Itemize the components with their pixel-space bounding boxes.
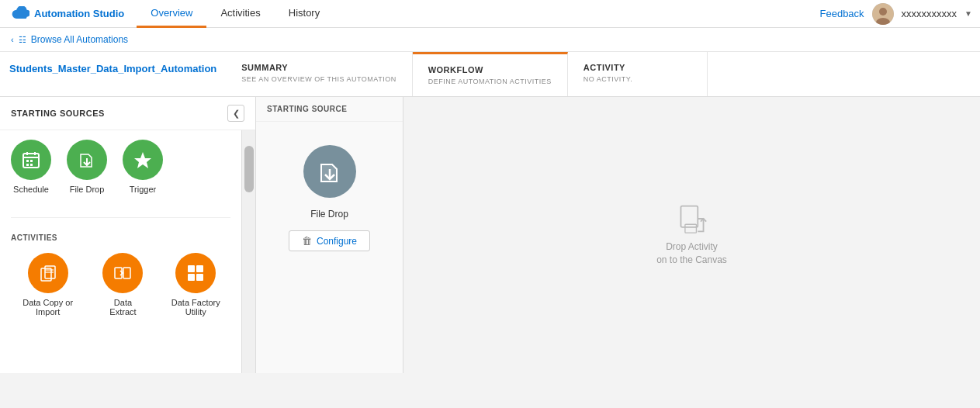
- starting-sources-section: Schedule File Drop: [0, 130, 241, 211]
- summary-card-subtitle: SEE AN OVERVIEW OF THIS AUTOMATION: [241, 75, 396, 83]
- tab-activities[interactable]: Activities: [206, 0, 274, 28]
- activities-section-title: ACTIVITIES: [11, 233, 230, 242]
- data-factory-icon-circle: [175, 253, 216, 293]
- brand-name: Automation Studio: [34, 8, 124, 19]
- file-drop-circle-icon: [303, 145, 356, 198]
- data-extract-label: Data Extract: [100, 298, 145, 316]
- main-nav-tabs: Overview Activities History: [137, 0, 334, 27]
- top-navigation: Automation Studio Overview Activities Hi…: [0, 0, 980, 28]
- workflow-card-subtitle: DEFINE AUTOMATION ACTIVITIES: [428, 78, 552, 85]
- left-panel: STARTING SOURCES ❮: [0, 97, 256, 373]
- schedule-icon: [21, 150, 41, 170]
- breadcrumb: ‹ ☷ Browse All Automations: [0, 28, 980, 52]
- svg-rect-10: [30, 164, 33, 166]
- trash-icon: 🗑: [302, 235, 312, 247]
- file-drop-center-icon: [317, 158, 343, 185]
- nav-right-section: Feedback xxxxxxxxxxx ▼: [820, 3, 973, 25]
- trigger-icon-circle: [123, 140, 163, 180]
- activities-section: ACTIVITIES Data Copy o: [0, 224, 241, 334]
- activity-card-title: ACTIVITY: [583, 63, 691, 72]
- data-copy-icon: [38, 263, 58, 283]
- trigger-icon: [133, 150, 153, 170]
- brand-logo[interactable]: Automation Studio: [8, 6, 137, 22]
- drop-activity-line2: on to the Canvas: [656, 254, 727, 267]
- svg-marker-12: [134, 152, 151, 168]
- breadcrumb-icon: ☷: [19, 35, 26, 45]
- username-label: xxxxxxxxxxx: [902, 8, 957, 19]
- workflow-card-title: WORKFLOW: [428, 65, 552, 74]
- svg-rect-23: [196, 274, 203, 281]
- workflow-card[interactable]: WORKFLOW DEFINE AUTOMATION ACTIVITIES: [413, 52, 568, 96]
- svg-rect-8: [30, 160, 33, 162]
- svg-rect-18: [123, 268, 130, 278]
- svg-point-1: [879, 8, 887, 16]
- schedule-icon-circle: [11, 140, 51, 180]
- tab-overview[interactable]: Overview: [137, 0, 206, 28]
- svg-rect-20: [188, 265, 195, 272]
- schedule-label: Schedule: [13, 185, 49, 194]
- main-layout: STARTING SOURCES ❮: [0, 97, 980, 373]
- avatar-icon: [872, 3, 894, 25]
- file-drop-label: File Drop: [70, 185, 105, 194]
- tab-history[interactable]: History: [275, 0, 334, 28]
- data-factory-activity-item[interactable]: Data Factory Utility: [161, 253, 230, 316]
- feedback-link[interactable]: Feedback: [820, 8, 864, 19]
- drop-activity-text: Drop Activity on to the Canvas: [656, 240, 727, 267]
- back-arrow-icon: ‹: [11, 35, 14, 44]
- configure-button[interactable]: 🗑 Configure: [289, 230, 370, 251]
- svg-rect-9: [26, 164, 29, 166]
- salesforce-cloud-icon: [8, 6, 29, 22]
- data-extract-activity-item[interactable]: Data Extract: [100, 253, 145, 316]
- file-drop-icon: [77, 150, 97, 170]
- center-panel-content: File Drop 🗑 Configure: [256, 122, 403, 262]
- starting-sources-grid: Schedule File Drop: [11, 140, 230, 194]
- svg-rect-22: [188, 274, 195, 281]
- canvas-panel: Drop Activity on to the Canvas: [403, 97, 980, 373]
- cards-row: Students_Master_Data_Import_Automation S…: [0, 52, 980, 97]
- collapse-panel-button[interactable]: ❮: [227, 105, 244, 122]
- summary-card[interactable]: SUMMARY SEE AN OVERVIEW OF THIS AUTOMATI…: [226, 52, 412, 96]
- activity-card[interactable]: ACTIVITY NO ACTIVITY.: [568, 52, 708, 96]
- center-panel-header: STARTING SOURCE: [256, 97, 403, 122]
- trigger-label: Trigger: [130, 185, 156, 194]
- data-copy-icon-circle: [28, 253, 68, 293]
- starting-sources-title: STARTING SOURCES: [11, 109, 105, 118]
- drop-here-icon: [677, 202, 708, 236]
- svg-rect-26: [684, 224, 696, 233]
- configure-label: Configure: [317, 236, 357, 247]
- file-drop-icon-circle: [67, 140, 107, 180]
- activity-card-subtitle: NO ACTIVITY.: [583, 75, 691, 83]
- automation-name-card: Students_Master_Data_Import_Automation: [0, 52, 226, 96]
- svg-rect-21: [196, 265, 203, 272]
- data-factory-label: Data Factory Utility: [161, 298, 230, 316]
- drop-activity-icon: [677, 203, 708, 234]
- browse-all-automations-link[interactable]: Browse All Automations: [31, 34, 128, 45]
- data-factory-icon: [185, 263, 206, 283]
- summary-card-title: SUMMARY: [241, 63, 396, 72]
- data-extract-icon: [113, 263, 133, 283]
- data-extract-icon-circle: [102, 253, 143, 293]
- file-drop-center-label: File Drop: [310, 209, 348, 220]
- user-dropdown-arrow[interactable]: ▼: [964, 9, 972, 18]
- panel-divider: [11, 217, 230, 218]
- data-copy-label: Data Copy or Import: [11, 298, 85, 316]
- user-avatar[interactable]: [872, 3, 894, 25]
- scrollbar[interactable]: [241, 130, 255, 373]
- file-drop-source-item[interactable]: File Drop: [67, 140, 107, 194]
- drop-activity-line1: Drop Activity: [656, 240, 727, 254]
- trigger-source-item[interactable]: Trigger: [123, 140, 163, 194]
- svg-rect-7: [26, 160, 29, 162]
- center-panel: STARTING SOURCE File Drop 🗑 Configure: [256, 97, 403, 373]
- scroll-thumb[interactable]: [244, 146, 254, 192]
- svg-rect-17: [115, 268, 122, 278]
- panel-header: STARTING SOURCES ❮: [0, 97, 255, 130]
- schedule-source-item[interactable]: Schedule: [11, 140, 51, 194]
- activities-grid: Data Copy or Import: [11, 253, 230, 316]
- data-copy-activity-item[interactable]: Data Copy or Import: [11, 253, 85, 316]
